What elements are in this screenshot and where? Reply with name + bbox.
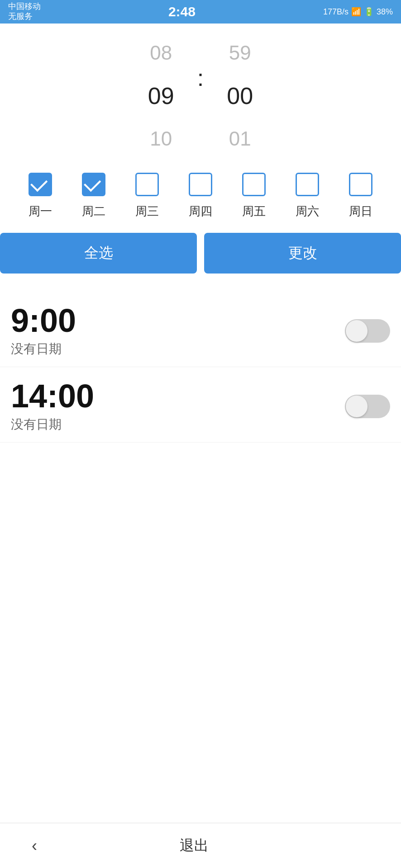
day-label-5: 周六 — [296, 203, 319, 219]
change-button[interactable]: 更改 — [204, 233, 401, 274]
alarm-date-0: 没有日期 — [11, 340, 76, 358]
alarm-list: 9:00没有日期14:00没有日期 — [0, 287, 401, 823]
alarm-info-1: 14:00没有日期 — [11, 380, 94, 433]
network-speed: 177B/s — [323, 7, 348, 17]
hour-below: 10 — [150, 127, 172, 150]
carrier-sub: 无服务 — [8, 12, 41, 22]
checkboxes-row: 周一周二周三周四周五周六周日 — [9, 173, 392, 219]
minute-column[interactable]: 59 00 01 — [208, 42, 272, 150]
time-picker: 08 09 10 : 59 00 01 — [0, 24, 401, 164]
alarm-time-1: 14:00 — [11, 380, 94, 412]
minute-below: 01 — [229, 127, 251, 150]
alarm-info-0: 9:00没有日期 — [11, 304, 76, 358]
alarm-time-0: 9:00 — [11, 304, 76, 337]
weekday-item-5[interactable]: 周六 — [289, 173, 325, 219]
back-button[interactable]: ‹ — [27, 832, 42, 860]
carrier-info: 中国移动 无服务 — [8, 2, 41, 21]
alarm-toggle-1[interactable] — [345, 395, 390, 418]
weekdays-section: 周一周二周三周四周五周六周日 — [0, 164, 401, 233]
alarm-date-1: 没有日期 — [11, 416, 94, 433]
checkbox-0[interactable] — [29, 173, 52, 196]
weekday-item-1[interactable]: 周二 — [76, 173, 112, 219]
status-time: 2:48 — [168, 4, 196, 19]
toggle-thumb-1 — [346, 396, 368, 417]
hour-column[interactable]: 08 09 10 — [129, 42, 193, 150]
battery-percent: 38% — [377, 7, 393, 17]
select-all-button[interactable]: 全选 — [0, 233, 197, 274]
checkbox-5[interactable] — [296, 173, 319, 196]
status-right: 177B/s 📶 🔋 38% — [323, 7, 393, 17]
checkbox-4[interactable] — [242, 173, 266, 196]
alarm-toggle-0[interactable] — [345, 319, 390, 343]
checkbox-1[interactable] — [82, 173, 105, 196]
weekday-item-6[interactable]: 周日 — [343, 173, 379, 219]
checkbox-3[interactable] — [189, 173, 212, 196]
day-label-6: 周日 — [349, 203, 372, 219]
day-label-2: 周三 — [135, 203, 159, 219]
day-label-1: 周二 — [82, 203, 105, 219]
wifi-icon: 📶 — [351, 7, 361, 17]
day-label-3: 周四 — [189, 203, 212, 219]
day-label-0: 周一 — [29, 203, 52, 219]
weekday-item-0[interactable]: 周一 — [22, 173, 58, 219]
minute-current: 00 — [227, 82, 253, 109]
carrier-name: 中国移动 — [8, 2, 41, 12]
battery-icon: 🔋 — [364, 7, 374, 17]
minute-above: 59 — [229, 42, 251, 64]
hour-above: 08 — [150, 42, 172, 64]
weekday-item-4[interactable]: 周五 — [236, 173, 272, 219]
time-separator: : — [193, 64, 208, 91]
toggle-thumb-0 — [346, 320, 368, 342]
bottom-nav: ‹ 退出 — [0, 823, 401, 868]
alarm-item-0: 9:00没有日期 — [0, 292, 401, 367]
weekday-item-3[interactable]: 周四 — [182, 173, 219, 219]
day-label-4: 周五 — [242, 203, 266, 219]
checkbox-2[interactable] — [135, 173, 159, 196]
action-buttons: 全选 更改 — [0, 233, 401, 287]
weekday-item-2[interactable]: 周三 — [129, 173, 165, 219]
exit-button[interactable]: 退出 — [180, 836, 209, 856]
status-center: 2:48 — [163, 4, 201, 19]
alarm-item-1: 14:00没有日期 — [0, 367, 401, 443]
checkbox-6[interactable] — [349, 173, 372, 196]
hour-current: 09 — [148, 82, 174, 109]
status-bar: 中国移动 无服务 2:48 177B/s 📶 🔋 38% — [0, 0, 401, 24]
